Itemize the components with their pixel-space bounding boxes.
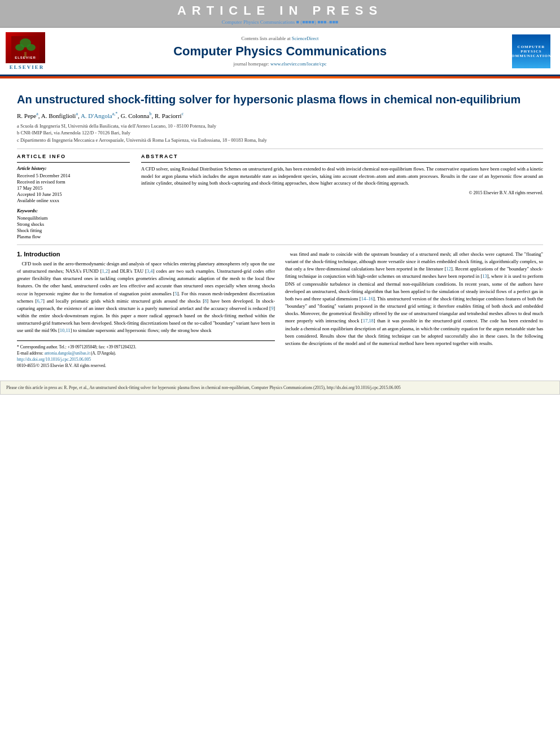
abstract-text: A CFD solver, using Residual Distributio… [141,165,543,187]
article-in-press-banner: ARTICLE IN PRESS Computer Physics Commun… [0,0,560,28]
elsevier-wordmark: ELSEVIER [6,64,48,70]
main-content: An unstructured shock-fitting solver for… [0,78,560,375]
journal-header: ELSEVIER ELSEVIER Contents lists availab… [0,28,560,76]
journal-homepage: journal homepage: www.elsevier.com/locat… [54,61,506,67]
keyword-3: Shock fitting [17,228,130,233]
cite-bar-text: Please cite this article in press as: R.… [6,385,401,390]
aip-text: ARTICLE IN PRESS [0,3,560,18]
abstract-col: ABSTRACT A CFD solver, using Residual Di… [141,154,543,240]
svg-text:ELSEVIER: ELSEVIER [15,56,36,59]
author-pepe: R. Pepe [17,112,36,119]
copyright-line: © 2015 Elsevier B.V. All rights reserved… [141,190,543,195]
keywords-label: Keywords: [17,208,130,213]
aip-doi: Computer Physics Communications ■ (■■■■)… [0,19,560,25]
keywords-section: Keywords: Nonequilibrium Strong shocks S… [17,208,130,239]
abstract-heading: ABSTRACT [141,154,543,159]
sciencedirect-link[interactable]: ScienceDirect [292,36,319,41]
keyword-1: Nonequilibrium [17,215,130,221]
affiliation-c: c Dipartimento di Ingegneria Meccanica e… [17,137,543,144]
cpc-logo: COMPUTERPHYSICSCOMMUNICATIONS [512,34,550,68]
article-info-col: ARTICLE INFO Article history: Received 5… [17,154,130,240]
journal-url[interactable]: www.elsevier.com/locate/cpc [270,61,327,67]
corresponding-author-note: * Corresponding author. Tel.: +39 097120… [17,344,275,369]
body-two-col: 1. Introduction CFD tools used in the ae… [17,251,543,369]
divider-2 [17,244,543,245]
section-1-title: 1. Introduction [17,251,275,257]
author-paciorri: R. Paciorri [155,112,182,119]
elsevier-tree-icon: ELSEVIER [11,36,40,60]
footnote-doi-link[interactable]: http://dx.doi.org/10.1016/j.cpc.2015.06.… [17,357,91,362]
elsevier-logo-image: ELSEVIER [6,32,45,63]
footnote-issn: 0010-4655/© 2015 Elsevier B.V. All right… [17,362,275,369]
author-colonna: G. Colonna [121,112,150,119]
body-col2-text: was fitted and made to coincide with the… [285,251,543,347]
contents-line: Contents lists available at ScienceDirec… [54,36,506,41]
divider-1 [17,148,543,149]
received-revised-label: Received in revised form [17,179,130,185]
cpc-logo-text: COMPUTERPHYSICSCOMMUNICATIONS [508,45,554,58]
article-info-abstract-row: ARTICLE INFO Article history: Received 5… [17,154,543,240]
accepted: Accepted 10 June 2015 [17,191,130,197]
keyword-2: Strong shocks [17,221,130,227]
footnote-email-link[interactable]: antonia.dangola@unibas.it [45,351,90,356]
received-revised-date: 17 May 2015 [17,185,130,191]
available: Available online xxxx [17,198,130,203]
journal-title: Computer Physics Communications [54,44,506,59]
footnote-corresponding: * Corresponding author. Tel.: +39 097120… [17,344,275,350]
body-col1-text: CFD tools used in the aero-thermodynamic… [17,260,275,335]
svg-point-3 [27,44,36,51]
author-bonfiglioli: A. Bonfiglioli [41,112,76,119]
affiliation-b: b CNR-IMIP Bari, via Amendola 122/D - 70… [17,129,543,137]
elsevier-logo: ELSEVIER ELSEVIER [6,32,48,70]
footnote-email-name: (A. D'Angola). [91,351,116,356]
article-info-heading: ARTICLE INFO [17,154,130,159]
authors-line: R. Pepea, A. Bonfigliolia, A. D'Angolaa,… [17,111,543,119]
received-1: Received 5 December 2014 [17,173,130,178]
journal-logo-right: COMPUTERPHYSICSCOMMUNICATIONS [512,34,554,68]
affiliation-a: a Scuola di Ingegneria SI, Università de… [17,123,543,130]
body-col-left: 1. Introduction CFD tools used in the ae… [17,251,275,369]
affiliations: a Scuola di Ingegneria SI, Università de… [17,123,543,144]
footnote-doi: http://dx.doi.org/10.1016/j.cpc.2015.06.… [17,356,275,362]
author-dangola: A. D'Angola [81,112,112,119]
footnote-email: E-mail address: antonia.dangola@unibas.i… [17,350,275,356]
cite-bar: Please cite this article in press as: R.… [0,381,560,395]
abstract-section: A CFD solver, using Residual Distributio… [141,162,543,195]
journal-center: Contents lists available at ScienceDirec… [48,36,512,67]
svg-point-2 [15,44,24,51]
article-title: An unstructured shock-fitting solver for… [17,92,543,107]
footnote-area: * Corresponding author. Tel.: +39 097120… [17,340,275,369]
history-label: Article history: [17,165,130,171]
body-col-right: was fitted and made to coincide with the… [285,251,543,369]
article-history-section: Article history: Received 5 December 201… [17,162,130,203]
keyword-4: Plasma flow [17,234,130,239]
